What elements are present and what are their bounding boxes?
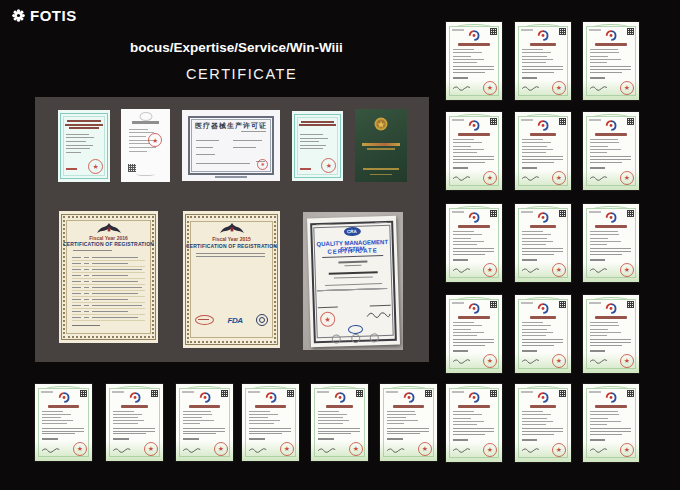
- signature-icon: [41, 446, 64, 453]
- patent-certificate-thumbnail[interactable]: [515, 384, 571, 462]
- patent-certificate-thumbnail[interactable]: [515, 204, 571, 282]
- text-line: [113, 414, 143, 415]
- logo-row: FDA: [195, 314, 269, 327]
- license-booklet-thumbnail[interactable]: [355, 109, 407, 182]
- text-line: [318, 417, 344, 418]
- text-line: [590, 244, 607, 245]
- patent-certificate-thumbnail[interactable]: [446, 112, 502, 190]
- text-line: [522, 431, 563, 432]
- text-line: [129, 143, 151, 144]
- certificate-number-line: [317, 391, 330, 393]
- red-seal-stamp-icon: [483, 81, 497, 95]
- text-line: [249, 420, 280, 421]
- text-line: [42, 428, 84, 429]
- text-line: [590, 156, 631, 157]
- title-line: [458, 405, 489, 408]
- signature-icon: [452, 357, 474, 364]
- patent-certificate-thumbnail[interactable]: [515, 295, 571, 373]
- text-line: [113, 420, 144, 421]
- text-line: [590, 254, 622, 255]
- text-line: [66, 148, 90, 149]
- text-line: [183, 414, 213, 415]
- text-line: [522, 244, 547, 245]
- certificate-number-line: [452, 29, 464, 31]
- text-line: [42, 414, 72, 415]
- text-line: [42, 423, 67, 424]
- text-line: [66, 134, 89, 135]
- text-line: [590, 241, 621, 242]
- signature-icon: [386, 446, 409, 453]
- patent-office-emblem-icon: [333, 392, 346, 403]
- patent-certificate-thumbnail[interactable]: [583, 295, 639, 373]
- text-line: [522, 231, 543, 232]
- patent-certificate-thumbnail[interactable]: [515, 22, 571, 100]
- text-line: [249, 411, 271, 412]
- text-line: [387, 411, 416, 412]
- text-line: [453, 414, 482, 415]
- text-line: [590, 162, 622, 163]
- title-line: [530, 316, 557, 319]
- text-line: [113, 411, 135, 412]
- signature-icon: [248, 446, 271, 453]
- text-line: [453, 342, 494, 343]
- text-line: [453, 56, 471, 57]
- text-line: [453, 424, 478, 425]
- patent-certificate-thumbnail[interactable]: [446, 22, 502, 100]
- certificate-number-line: [589, 211, 601, 213]
- patent-office-emblem-icon: [264, 392, 277, 403]
- patent-certificate-thumbnail[interactable]: [311, 384, 368, 461]
- booklet-title-line: [362, 143, 401, 146]
- qms-certificate-photo-thumbnail[interactable]: CRA QUALITY MANAGEMENT SYSTEM CERTIFICAT…: [303, 212, 403, 350]
- text-line: [590, 342, 631, 343]
- patent-certificate-thumbnail[interactable]: [106, 384, 163, 461]
- fda-2016-certificate-thumbnail[interactable]: Fiscal Year 2016 CERTIFICATION OF REGIST…: [59, 211, 158, 343]
- text-line: [66, 141, 86, 142]
- title-line: [301, 121, 334, 123]
- patent-certificate-thumbnail[interactable]: [583, 112, 639, 190]
- text-line: [387, 428, 429, 429]
- title-line: [458, 133, 489, 136]
- title-line: [132, 121, 159, 124]
- text-line: [522, 62, 547, 63]
- text-line: [590, 414, 619, 415]
- patent-office-emblem-icon: [468, 30, 481, 41]
- text-line: [453, 254, 485, 255]
- patent-certificate-cyan-thumbnail[interactable]: [58, 110, 110, 182]
- text-line: [318, 411, 340, 412]
- title-line: [458, 225, 489, 228]
- text-line: [522, 66, 563, 67]
- patent-certificate-thumbnail[interactable]: [583, 22, 639, 100]
- patent-certificate-thumbnail[interactable]: [515, 112, 571, 190]
- patent-certificate-thumbnail[interactable]: [446, 204, 502, 282]
- patent-certificate-thumbnail[interactable]: [446, 295, 502, 373]
- patent-certificate-thumbnail[interactable]: [176, 384, 233, 461]
- national-emblem-icon: [373, 116, 389, 132]
- patent-certificate-thumbnail[interactable]: [446, 384, 502, 462]
- patent-certificate-thumbnail[interactable]: [583, 384, 639, 462]
- patent-certificate-thumbnail[interactable]: [380, 384, 437, 461]
- medical-device-license-thumbnail[interactable]: 医疗器械生产许可证: [182, 110, 280, 181]
- fda-2015-certificate-thumbnail[interactable]: Fiscal Year 2015 CERTIFICATION OF REGIST…: [183, 211, 280, 348]
- patent-certificate-cyan-thumbnail[interactable]: [292, 111, 343, 181]
- text-line: [42, 420, 73, 421]
- text-line: [249, 438, 265, 440]
- brand-logo[interactable]: FOTIS: [12, 7, 77, 24]
- text-line: [387, 431, 429, 432]
- cra-logo: CRA: [343, 227, 360, 237]
- patent-certificate-thumbnail[interactable]: [242, 384, 299, 461]
- red-seal-stamp-icon: [552, 171, 566, 185]
- qr-code-icon: [490, 28, 497, 35]
- text-line: [590, 142, 619, 143]
- red-seal-stamp-icon: [620, 263, 634, 277]
- patent-certificate-thumbnail[interactable]: [35, 384, 92, 461]
- accreditation-mark-icon: [350, 333, 359, 342]
- text-line: [522, 342, 563, 343]
- business-license-thumbnail[interactable]: [121, 109, 170, 182]
- text-line: [453, 322, 474, 323]
- certificate-number-line: [589, 302, 601, 304]
- text-line: [522, 159, 563, 160]
- text-line: [453, 332, 484, 333]
- text-line: [590, 149, 621, 150]
- text-line: [590, 59, 621, 60]
- patent-certificate-thumbnail[interactable]: [583, 204, 639, 282]
